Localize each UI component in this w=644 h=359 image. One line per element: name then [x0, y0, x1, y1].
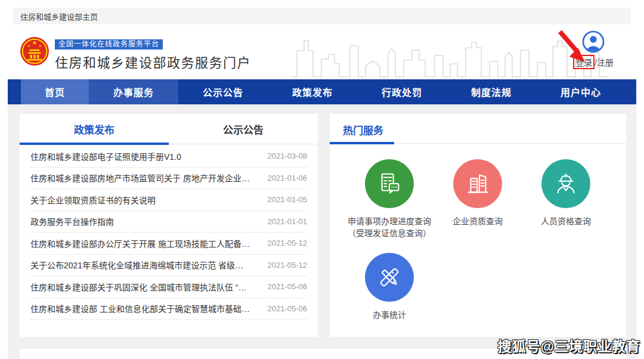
news-title[interactable]: 政务服务平台操作指南 [30, 215, 114, 227]
main-nav: 首页 办事服务 公示公告 政策发布 行政处罚 制度法规 用户中心 [8, 79, 636, 104]
news-row[interactable]: 关于公布2021年系统化全域推进海绵城市建设示范 省级工作... 2021-05… [30, 255, 307, 277]
progress-query-icon [365, 159, 414, 208]
nav-item-home[interactable]: 首页 [21, 79, 89, 104]
personnel-qualification-icon [541, 159, 590, 208]
svg-text:★: ★ [32, 40, 37, 46]
news-row[interactable]: 住房和城乡建设部电子证照使用手册V1.0 2021-03-08 [30, 146, 307, 168]
nav-item-services[interactable]: 办事服务 [89, 79, 178, 104]
service-label: 办事统计 [345, 309, 434, 321]
news-date: 2021-05-12 [268, 261, 308, 270]
page: 住房和城乡建设部主页 ★ ★ ★ 全国一体化在线政务服务平台 住房和城乡建设部政… [0, 0, 644, 359]
enterprise-qualification-icon [453, 159, 502, 208]
news-title[interactable]: 住房和城乡建设部 工业和信息化部关于确定智慧城市基础设施... [30, 302, 251, 314]
news-row[interactable]: 住房和城乡建设部关于巩固深化 全国城市管理执法队伍 “强基... 2021-05… [30, 276, 307, 298]
top-utility-bar: 住房和城乡建设部主页 [13, 8, 631, 24]
statistics-icon [365, 253, 414, 302]
services-grid: 申请事项办理进度查询 （受理发证信息查询） [330, 144, 626, 334]
hot-services-title: 热门服务 [343, 122, 383, 137]
platform-badge: 全国一体化在线政务服务平台 [55, 39, 163, 49]
news-row[interactable]: 政务服务平台操作指南 2021-01-01 [30, 211, 307, 233]
content-area: 政策发布 公示公告 住房和城乡建设部电子证照使用手册V1.0 2021-03-0… [8, 104, 636, 359]
ministry-home-link[interactable]: 住房和城乡建设部主页 [20, 11, 98, 22]
portal-title: 住房和城乡建设部政务服务门户 [55, 52, 251, 71]
news-title[interactable]: 住房和城乡建设部房地产市场监管司关于 房地产开发企业一级... [30, 172, 251, 184]
news-row[interactable]: 住房和城乡建设部办公厅关于开展 施工现场技能工人配备标准... 2021-05-… [30, 233, 307, 255]
news-row[interactable]: 关于企业领取资质证书的有关说明 2021-01-05 [30, 189, 307, 211]
user-avatar-icon[interactable] [582, 30, 605, 53]
brand-block: 全国一体化在线政务服务平台 住房和城乡建设部政务服务门户 [55, 38, 251, 71]
hot-services-panel: 热门服务 [330, 114, 626, 337]
service-label: 人员资格查询 [522, 215, 610, 227]
news-panel: 政策发布 公示公告 住房和城乡建设部电子证照使用手册V1.0 2021-03-0… [20, 114, 318, 337]
news-title[interactable]: 住房和城乡建设部电子证照使用手册V1.0 [30, 150, 181, 162]
news-title[interactable]: 住房和城乡建设部关于巩固深化 全国城市管理执法队伍 “强基... [30, 281, 251, 293]
service-statistics[interactable]: 办事统计 [345, 253, 434, 321]
nav-item-penalties[interactable]: 行政处罚 [357, 79, 447, 104]
news-title[interactable]: 关于企业领取资质证书的有关说明 [30, 194, 156, 206]
nav-item-announcements[interactable]: 公示公告 [178, 79, 268, 104]
login-register-row: 登录/注册 [566, 55, 620, 69]
svg-text:★: ★ [27, 44, 30, 48]
news-date: 2021-01-06 [268, 174, 308, 182]
news-date: 2021-05-12 [268, 239, 308, 247]
city-skyline-graphic [292, 32, 608, 78]
news-list: 住房和城乡建设部电子证照使用手册V1.0 2021-03-08 住房和城乡建设部… [20, 144, 318, 320]
national-emblem-logo: ★ ★ ★ [20, 36, 49, 66]
service-label: 企业资质查询 [434, 215, 522, 227]
hot-services-header: 热门服务 [330, 114, 626, 144]
svg-text:★: ★ [39, 44, 42, 48]
news-title[interactable]: 关于公布2021年系统化全域推进海绵城市建设示范 省级工作... [30, 259, 251, 271]
service-label: 申请事项办理进度查询 （受理发证信息查询） [345, 215, 434, 240]
site-header: ★ ★ ★ 全国一体化在线政务服务平台 住房和城乡建设部政务服务门户 [13, 24, 631, 79]
service-enterprise-qualification[interactable]: 企业资质查询 [434, 159, 522, 240]
nav-item-regulations[interactable]: 制度法规 [447, 79, 536, 104]
login-link[interactable]: 登录 [573, 55, 595, 69]
tab-public-announcements[interactable]: 公示公告 [169, 114, 318, 144]
news-title[interactable]: 住房和城乡建设部办公厅关于开展 施工现场技能工人配备标准... [30, 237, 251, 249]
account-area: 登录/注册 [566, 30, 620, 69]
tab-policy-release[interactable]: 政策发布 [20, 114, 169, 144]
news-date: 2021-01-05 [268, 195, 308, 204]
nav-item-policy[interactable]: 政策发布 [268, 79, 357, 104]
nav-item-user-center[interactable]: 用户中心 [536, 79, 626, 104]
news-date: 2021-01-01 [268, 217, 308, 226]
service-progress-query[interactable]: 申请事项办理进度查询 （受理发证信息查询） [345, 159, 434, 240]
news-row[interactable]: 住房和城乡建设部 工业和信息化部关于确定智慧城市基础设施... 2021-05-… [30, 298, 307, 320]
news-date: 2021-03-08 [268, 151, 308, 160]
news-tabs: 政策发布 公示公告 [20, 114, 318, 144]
service-personnel-qualification[interactable]: 人员资格查询 [522, 159, 610, 240]
watermark: 搜狐号@三境职业教育 [498, 335, 640, 355]
news-row[interactable]: 住房和城乡建设部房地产市场监管司关于 房地产开发企业一级... 2021-01-… [30, 168, 307, 190]
register-link[interactable]: 注册 [597, 58, 614, 67]
news-date: 2021-05-06 [268, 304, 308, 313]
news-date: 2021-05-06 [268, 282, 308, 291]
